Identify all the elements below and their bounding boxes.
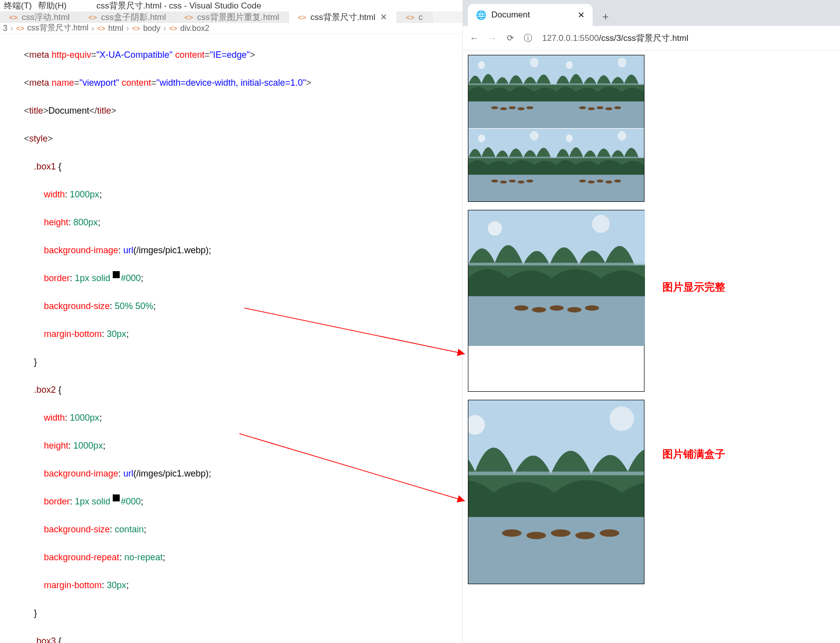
menu-help[interactable]: 帮助(H) <box>38 0 67 11</box>
code-editor[interactable]: <meta http-equiv="X-UA-Compatible" conte… <box>0 34 462 643</box>
html-file-icon: <> <box>185 13 194 21</box>
menu-terminal[interactable]: 终端(T) <box>4 0 32 11</box>
demo-box3 <box>468 400 644 584</box>
landscape-tile <box>468 129 556 201</box>
browser-tab-title: Document <box>491 10 530 20</box>
address-bar[interactable]: 127.0.0.1:5500/css/3/css背景尺寸.html <box>542 32 688 44</box>
html-file-icon: <> <box>406 13 415 21</box>
html-file-icon: <> <box>16 24 24 32</box>
landscape-tile <box>556 129 644 201</box>
element-icon: <> <box>169 24 177 32</box>
landscape-cover <box>468 400 644 584</box>
window-title: css背景尺寸.html - css - Visual Studio Code <box>96 0 261 11</box>
tab-overflow[interactable]: <>c <box>397 11 432 23</box>
tab-css-float[interactable]: <>css浮动.html <box>0 11 79 23</box>
html-file-icon: <> <box>298 13 307 21</box>
vscode-window: 终端(T) 帮助(H) css背景尺寸.html - css - Visual … <box>0 0 463 643</box>
forward-button[interactable]: → <box>488 33 497 43</box>
globe-icon: 🌐 <box>476 10 486 20</box>
landscape-contain <box>468 210 645 346</box>
editor-tabs: <>css浮动.html <>css盒子阴影.html <>css背景图片重复.… <box>0 11 462 23</box>
new-tab-button[interactable]: + <box>597 8 615 26</box>
code-content[interactable]: <meta http-equiv="X-UA-Compatible" conte… <box>14 34 462 643</box>
element-icon: <> <box>132 24 140 32</box>
demo-box2 <box>468 210 644 392</box>
html-file-icon: <> <box>88 13 97 21</box>
landscape-tile <box>556 55 644 128</box>
annotation-complete: 图片显示完整 <box>662 280 725 294</box>
landscape-tile <box>468 55 556 128</box>
html-file-icon: <> <box>9 13 18 21</box>
browser-toolbar: ← → ⟳ ⓘ 127.0.0.1:5500/css/3/css背景尺寸.htm… <box>463 26 840 51</box>
titlebar: 终端(T) 帮助(H) css背景尺寸.html - css - Visual … <box>0 0 462 11</box>
close-icon[interactable]: ✕ <box>578 10 585 20</box>
tab-css-bgrepeat[interactable]: <>css背景图片重复.html <box>176 11 289 23</box>
close-icon[interactable]: ✕ <box>380 13 388 21</box>
browser-viewport[interactable]: 图片显示完整 图片铺满盒子 <box>463 51 840 643</box>
back-button[interactable]: ← <box>470 33 478 43</box>
demo-box1 <box>468 55 644 202</box>
tab-css-bgsize[interactable]: <>css背景尺寸.html✕ <box>289 11 397 23</box>
browser-tab[interactable]: 🌐 Document ✕ <box>468 4 593 26</box>
tab-css-boxshadow[interactable]: <>css盒子阴影.html <box>79 11 176 23</box>
annotation-cover: 图片铺满盒子 <box>662 447 725 461</box>
breadcrumb[interactable]: 3› <>css背景尺寸.html› <>html› <>body› <>div… <box>0 23 462 34</box>
element-icon: <> <box>97 24 105 32</box>
browser-window: 🌐 Document ✕ + ← → ⟳ ⓘ 127.0.0.1:5500/cs… <box>463 0 840 643</box>
gutter <box>0 34 14 643</box>
reload-button[interactable]: ⟳ <box>507 33 514 43</box>
browser-tabbar: 🌐 Document ✕ + <box>463 0 840 26</box>
info-icon[interactable]: ⓘ <box>524 32 532 44</box>
